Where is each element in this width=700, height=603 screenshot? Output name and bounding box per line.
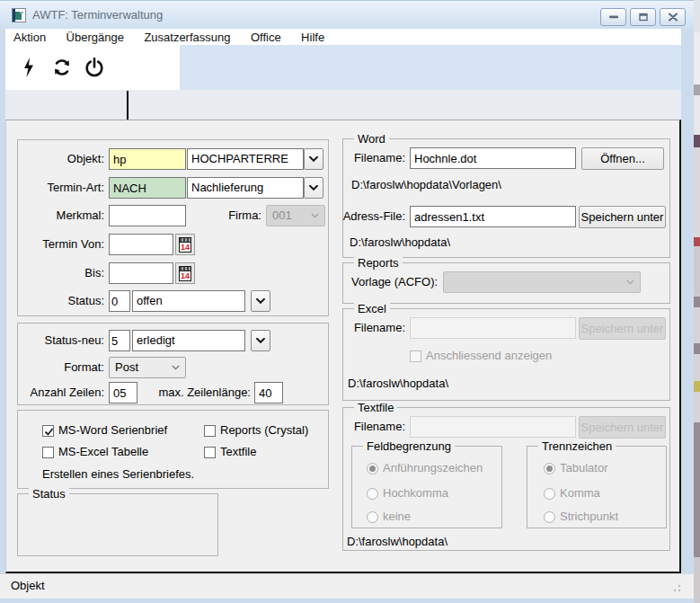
format-label: Format: — [12, 357, 104, 378]
resize-grip[interactable] — [670, 581, 681, 592]
adress-file-input[interactable] — [410, 206, 576, 227]
ms-excel-checkbox[interactable] — [42, 447, 54, 458]
objekt-code-input[interactable] — [109, 148, 186, 170]
menu-item-office[interactable]: Office — [243, 30, 289, 46]
termin-von-label: Termin Von: — [12, 234, 104, 255]
textfile-filename-input-disabled — [410, 416, 576, 438]
word-save-as-button[interactable]: Speichern unter — [579, 206, 666, 228]
vorlage-acfo-combo-disabled — [443, 271, 641, 293]
format-combo[interactable]: Post — [109, 357, 186, 378]
close-icon — [668, 13, 678, 22]
objekt-dropdown-button[interactable] — [304, 148, 323, 170]
termin-von-date-picker-button[interactable]: 14 — [175, 234, 195, 255]
titlebar[interactable]: AWTF: Terminverwaltung — [0, 0, 694, 29]
firma-value: 001 — [272, 206, 292, 226]
textfile-checkbox[interactable] — [204, 447, 216, 458]
status-neu-label: Status-neu: — [12, 330, 104, 351]
minimize-button[interactable] — [600, 8, 626, 26]
reports-checkbox[interactable] — [204, 425, 216, 437]
menu-bar: Aktion Übergänge Zusatzerfassung Office … — [5, 29, 681, 45]
settings-panel: Objekt: HOCHPARTERRE Termin-Art: Nachlie… — [5, 120, 681, 573]
check-icon — [43, 426, 55, 438]
status-groupbox-label: Status — [29, 487, 69, 501]
toolbar — [5, 45, 180, 90]
chevron-down-icon — [311, 213, 319, 218]
chevron-down-icon — [256, 298, 265, 304]
textfile-save-as-button-disabled: Speichern unter — [579, 416, 666, 439]
calendar-day: 14 — [180, 270, 191, 281]
app-icon-part — [20, 12, 23, 13]
excel-groupbox-label: Excel — [354, 302, 390, 315]
app-window: AWTF: Terminverwaltung Aktion Übergänge … — [0, 0, 694, 603]
excel-filename-label: Filename: — [348, 317, 405, 339]
vorlage-acfo-label: Vorlage (ACFO): — [351, 275, 438, 288]
restore-button[interactable] — [630, 8, 656, 26]
objekt-combo-text[interactable]: HOCHPARTERRE — [187, 148, 304, 170]
ms-word-checkbox-label: MS-Word Serienbrief — [58, 423, 167, 437]
close-button[interactable] — [660, 8, 686, 26]
minimize-icon — [608, 13, 619, 22]
desktop-background-sliver — [694, 0, 700, 603]
execute-lightning-icon[interactable] — [16, 56, 40, 79]
word-groupbox-label: Word — [354, 132, 389, 146]
chevron-down-icon — [626, 279, 634, 285]
bis-input[interactable] — [109, 262, 173, 284]
menu-item-uebergaenge[interactable]: Übergänge — [58, 30, 132, 46]
excel-save-as-button-disabled: Speichern unter — [579, 317, 666, 340]
radio-keine-disabled — [367, 511, 378, 523]
termin-art-label: Termin-Art: — [12, 177, 104, 199]
objekt-label: Objekt: — [12, 148, 104, 170]
menu-item-hilfe[interactable]: Hilfe — [293, 30, 332, 46]
app-icon — [12, 8, 26, 22]
chevron-down-icon — [172, 365, 180, 370]
max-zeilenlaenge-label: max. Zeilenlänge: — [148, 382, 251, 403]
status-combo-text[interactable]: offen — [132, 290, 245, 312]
ms-word-checkbox[interactable] — [42, 425, 54, 437]
tab-caret — [127, 91, 128, 120]
bis-date-picker-button[interactable]: 14 — [175, 262, 195, 284]
termin-art-combo-text[interactable]: Nachlieferung — [187, 177, 304, 199]
radio-hochkomma-label: Hochkomma — [383, 486, 448, 500]
format-value: Post — [115, 358, 138, 377]
termin-art-code-input[interactable] — [109, 177, 186, 199]
textfile-filename-label: Filename: — [348, 416, 405, 438]
anschliessend-checkbox-label: Anschliessend anzeigen — [426, 349, 552, 362]
chevron-down-icon — [309, 156, 318, 162]
status-dropdown-button[interactable] — [251, 290, 270, 312]
ms-excel-checkbox-label: MS-Excel Tabelle — [58, 445, 148, 458]
textfile-checkbox-label: Textfile — [220, 445, 256, 458]
anzahl-zeilen-input[interactable] — [109, 382, 137, 403]
merkmal-label: Merkmal: — [12, 205, 104, 226]
radio-keine-label: keine — [383, 510, 411, 523]
menu-item-zusatzerfassung[interactable]: Zusatzerfassung — [136, 30, 238, 46]
adress-file-label: Adress-File: — [342, 206, 405, 227]
word-filename-label: Filename: — [348, 147, 405, 169]
textfile-groupbox-label: Textfile — [354, 401, 397, 414]
bis-label: Bis: — [12, 262, 104, 284]
status-label: Status: — [12, 290, 104, 312]
chevron-down-icon — [256, 338, 265, 343]
word-filename-input[interactable] — [410, 147, 576, 169]
max-zeilenlaenge-input[interactable] — [254, 382, 283, 403]
tab-strip: Einstellungen — [5, 90, 681, 120]
refresh-icon[interactable] — [50, 56, 74, 79]
power-icon[interactable] — [83, 56, 106, 79]
firma-combo-disabled: 001 — [266, 205, 325, 226]
termin-art-dropdown-button[interactable] — [304, 177, 323, 199]
status-neu-dropdown-button[interactable] — [251, 330, 270, 351]
status-neu-code-input[interactable] — [109, 330, 130, 351]
radio-hochkomma-disabled — [367, 488, 378, 500]
calendar-icon: 14 — [179, 266, 191, 281]
word-data-path: D:\faroslw\hopdata\ — [350, 235, 450, 249]
window-title: AWTF: Terminverwaltung — [32, 1, 163, 30]
word-open-button[interactable]: Öffnen... — [581, 147, 664, 170]
termin-von-input[interactable] — [109, 234, 173, 255]
reports-groupbox-label: Reports — [354, 256, 403, 270]
output-hint-text: Erstellen eines Serienbriefes. — [42, 467, 194, 481]
reports-checkbox-label: Reports (Crystal) — [220, 423, 308, 437]
word-template-path: D:\faroslw\hopdata\Vorlagen\ — [351, 178, 501, 191]
status-code-input[interactable] — [109, 290, 130, 312]
menu-item-aktion[interactable]: Aktion — [5, 30, 54, 46]
merkmal-input[interactable] — [109, 205, 186, 226]
status-neu-combo-text[interactable]: erledigt — [132, 330, 245, 351]
